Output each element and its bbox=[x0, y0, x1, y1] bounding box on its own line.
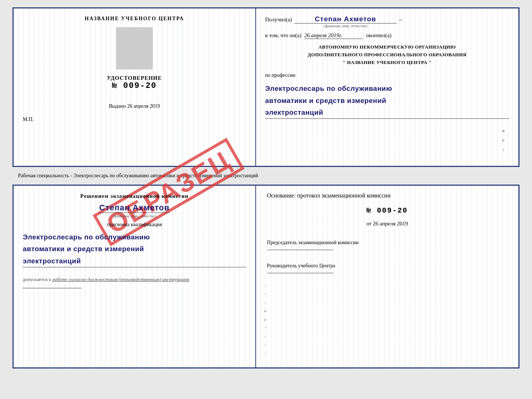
date-line: в том, что он(а) 26 апреля 2019г. окончи… bbox=[265, 32, 509, 39]
side-dash-6: – bbox=[264, 350, 504, 355]
date-value: 26 апреля 2019г. bbox=[304, 32, 363, 39]
side-letter-2: а bbox=[262, 139, 506, 141]
predsedatel-block: Председатель экзаменационной комиссии bbox=[267, 239, 507, 250]
receiver-dash: – bbox=[399, 16, 402, 23]
vtom-label: в том, что он(а) bbox=[265, 32, 302, 39]
photo-placeholder bbox=[116, 27, 153, 70]
qual-line1: Электрослесарь по обслуживанию bbox=[23, 231, 246, 243]
qual-line2: автоматики и средств измерений bbox=[23, 243, 246, 255]
dopuskaetsya-line: допускается к работе согласно должностны… bbox=[23, 277, 246, 282]
mp-line: М.П. bbox=[23, 117, 34, 122]
side-dash-5: – bbox=[264, 342, 504, 347]
vydano-label: Выдано bbox=[109, 103, 126, 109]
top-center-title: НАЗВАНИЕ УЧЕБНОГО ЦЕНТРА bbox=[85, 16, 184, 22]
org-block: АВТОНОМНУЮ НЕКОММЕРЧЕСКУЮ ОРГАНИЗАЦИЮ ДО… bbox=[265, 43, 509, 66]
ot-date-value: 26 апреля 2019 bbox=[373, 221, 408, 227]
resolution-title: Решением экзаменационной комиссии bbox=[23, 193, 246, 199]
ud-number: № 009-20 bbox=[107, 81, 162, 90]
predsedatel-label: Председатель экзаменационной комиссии bbox=[267, 239, 507, 246]
profession-line1: Электрослесарь по обслуживанию bbox=[265, 83, 509, 95]
side-letter-1: и bbox=[262, 130, 506, 132]
side-dash-3: – bbox=[264, 300, 504, 304]
side-letter-3: ← bbox=[262, 148, 506, 153]
bottom-left-page: Решением экзаменационной комиссии Степан… bbox=[14, 186, 256, 367]
org-line2: ДОПОЛНИТЕЛЬНОГО ПРОФЕССИОНАЛЬНОГО ОБРАЗО… bbox=[265, 51, 509, 59]
specialty-description: Рабочая специальность - Электрослесарь п… bbox=[12, 170, 520, 182]
side-dash-1: – bbox=[264, 283, 504, 288]
udostoverenie-block: УДОСТОВЕРЕНИЕ № 009-20 bbox=[107, 75, 162, 90]
qualification-label: присвоена квалификация bbox=[23, 222, 246, 228]
top-right-page: Получил(а) Степан Ахметов (фамилия, имя,… bbox=[256, 8, 518, 166]
qual-line3: электростанций bbox=[23, 255, 246, 267]
side-a: а bbox=[264, 317, 504, 321]
poluchil-label: Получил(а) bbox=[265, 17, 292, 23]
document-container: НАЗВАНИЕ УЧЕБНОГО ЦЕНТРА УДОСТОВЕРЕНИЕ №… bbox=[12, 7, 520, 368]
ot-date: от 26 апреля 2019 bbox=[267, 221, 507, 227]
org-line1: АВТОНОМНУЮ НЕКОММЕРЧЕСКУЮ ОРГАНИЗАЦИЮ bbox=[265, 43, 509, 51]
rukovoditel-sig-line bbox=[267, 273, 333, 273]
vydano-line: Выдано 26 апреля 2019 bbox=[109, 103, 160, 109]
side-arrow: ← bbox=[264, 325, 504, 330]
side-decoration: и а ← bbox=[262, 123, 506, 159]
side-i: и bbox=[264, 309, 504, 313]
okonchil-label: окончил(а) bbox=[366, 32, 391, 39]
top-left-page: НАЗВАНИЕ УЧЕБНОГО ЦЕНТРА УДОСТОВЕРЕНИЕ №… bbox=[14, 8, 256, 166]
vydano-date: 26 апреля 2019 bbox=[127, 103, 160, 109]
ot-label: от bbox=[366, 221, 371, 227]
person-name-bottom: Степан Ахметов bbox=[99, 203, 170, 213]
dopuskaetsya-text: работе согласно должностным (производств… bbox=[52, 277, 189, 282]
predsedatel-sig-line bbox=[267, 250, 333, 250]
rukovoditel-block: Руководитель учебного Центра bbox=[267, 262, 507, 273]
rukovoditel-label: Руководитель учебного Центра bbox=[267, 262, 507, 270]
profession-value: Электрослесарь по обслуживанию автоматик… bbox=[265, 83, 509, 119]
dopuskaetsya-prefix: допускается к bbox=[23, 277, 51, 282]
right-side-decoration: – – – и а ← – – – bbox=[264, 278, 504, 361]
org-line3: " НАЗВАНИЕ УЧЕБНОГО ЦЕНТРА " bbox=[265, 59, 509, 67]
osnovanie-title: Основание: протокол экзаменационной коми… bbox=[267, 192, 507, 199]
profession-line2: автоматики и средств измерений bbox=[265, 95, 509, 107]
bottom-right-page: Основание: протокол экзаменационной коми… bbox=[256, 186, 518, 367]
receiver-sub: (фамилия, имя, отчество) bbox=[324, 24, 367, 28]
protocol-number: № 009-20 bbox=[267, 206, 507, 215]
sign-line-bottom-left bbox=[23, 288, 82, 288]
profession-label: по профессии bbox=[265, 72, 509, 78]
side-dash-4: – bbox=[264, 334, 504, 338]
receiver-name: Степан Ахметов bbox=[294, 15, 397, 24]
ud-title: УДОСТОВЕРЕНИЕ bbox=[107, 75, 162, 81]
bottom-document: Решением экзаменационной комиссии Степан… bbox=[12, 185, 520, 368]
qualification-value: Электрослесарь по обслуживанию автоматик… bbox=[23, 231, 246, 267]
side-dash-2: – bbox=[264, 292, 504, 296]
top-document: НАЗВАНИЕ УЧЕБНОГО ЦЕНТРА УДОСТОВЕРЕНИЕ №… bbox=[12, 7, 520, 167]
profession-line3: электростанций bbox=[265, 107, 509, 118]
person-sub-bottom: (фамилия, имя, отчество) bbox=[112, 214, 156, 218]
